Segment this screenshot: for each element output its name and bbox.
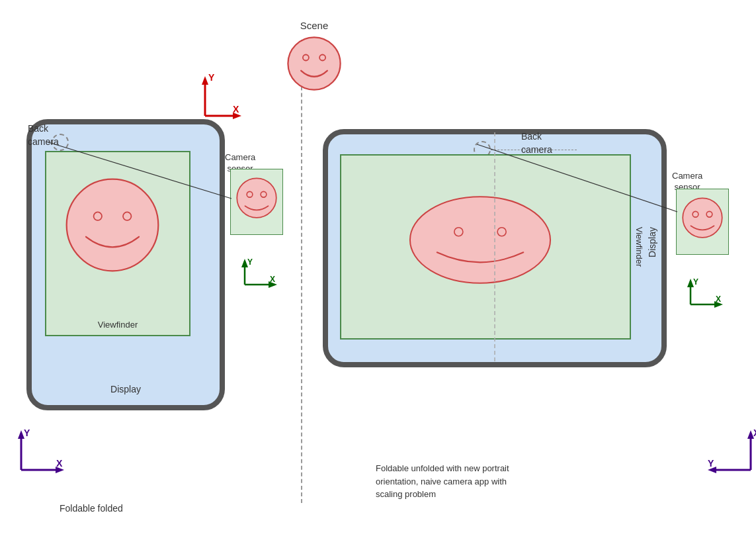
axis-bottom-left: Y X <box>13 427 73 482</box>
svg-point-9 <box>67 179 159 271</box>
axis-sensor-right-svg: Y X <box>684 278 737 318</box>
smiley-right <box>394 189 566 291</box>
smiley-sensor-left <box>233 175 280 221</box>
svg-text:Y: Y <box>247 258 253 267</box>
svg-text:X: X <box>716 295 721 304</box>
scene-label: Scene <box>284 20 344 31</box>
caption-right: Foldable unfolded with new portrait orie… <box>376 462 509 501</box>
svg-point-28 <box>410 197 550 283</box>
svg-text:Y: Y <box>708 458 714 469</box>
axis-sensor-right: Y X <box>684 278 737 320</box>
svg-text:Y: Y <box>693 278 698 287</box>
svg-text:Y: Y <box>24 428 30 438</box>
svg-point-0 <box>288 37 340 89</box>
viewfinder-left: Viewfinder <box>45 151 190 336</box>
viewfinder-right-label: Viewfinder <box>634 227 644 267</box>
display-label-right: Display <box>647 227 657 257</box>
svg-text:X: X <box>270 275 275 284</box>
axis-sensor-left: Y X <box>238 258 291 300</box>
smiley-sensor-right <box>679 195 726 241</box>
axis-sensor-left-svg: Y X <box>238 258 291 298</box>
axis-topleft-svg: Y X <box>192 73 245 126</box>
display-label-left: Display <box>110 384 141 394</box>
sensor-box-left <box>230 169 283 235</box>
smiley-left <box>60 172 165 278</box>
divider <box>301 40 302 503</box>
svg-text:Y: Y <box>208 73 215 83</box>
diagram-container: Scene Y X <box>0 0 756 550</box>
sensor-box-right <box>676 189 729 255</box>
caption-left: Foldable folded <box>60 503 123 514</box>
svg-point-12 <box>237 178 276 218</box>
svg-marker-4 <box>202 76 208 85</box>
viewfinder-left-label: Viewfinder <box>98 320 138 330</box>
axis-bottom-right: X Y <box>704 427 756 482</box>
svg-text:X: X <box>753 428 756 438</box>
phone-left: Viewfinder Display <box>26 119 225 410</box>
phone-right: Viewfinder Display <box>323 129 667 367</box>
back-camera-label-left: Back camera <box>28 122 59 148</box>
svg-text:X: X <box>233 104 239 115</box>
svg-text:X: X <box>56 458 63 469</box>
axis-bottom-left-svg: Y X <box>13 427 73 480</box>
scene-area: Scene <box>284 20 344 96</box>
scene-smiley <box>284 34 344 93</box>
back-camera-label-right: Back camera <box>521 130 552 156</box>
svg-point-31 <box>683 198 722 238</box>
viewfinder-right: Viewfinder <box>340 154 631 340</box>
axis-bottom-right-svg: X Y <box>704 427 756 480</box>
